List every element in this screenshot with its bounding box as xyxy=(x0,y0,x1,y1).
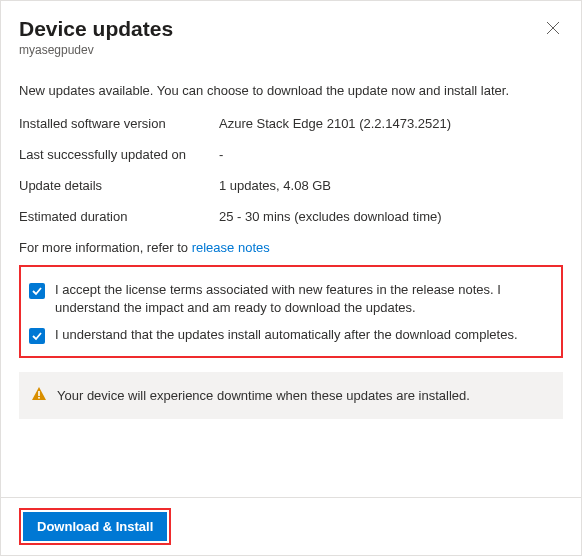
estimated-duration-value: 25 - 30 mins (excludes download time) xyxy=(219,209,563,224)
checkbox-row-autoinstall: I understand that the updates install au… xyxy=(27,326,553,344)
intro-text: New updates available. You can choose to… xyxy=(19,83,563,98)
warning-text: Your device will experience downtime whe… xyxy=(57,388,470,403)
button-highlight: Download & Install xyxy=(19,508,171,545)
warning-banner: Your device will experience downtime whe… xyxy=(19,372,563,419)
checkmark-icon xyxy=(31,285,43,297)
more-info-prefix: For more information, refer to xyxy=(19,240,192,255)
download-install-button[interactable]: Download & Install xyxy=(23,512,167,541)
device-updates-panel: Device updates myasegpudev New updates a… xyxy=(0,0,582,556)
svg-rect-0 xyxy=(38,391,40,396)
row-estimated-duration: Estimated duration 25 - 30 mins (exclude… xyxy=(19,209,563,224)
row-installed-version: Installed software version Azure Stack E… xyxy=(19,116,563,131)
update-details-value: 1 updates, 4.08 GB xyxy=(219,178,563,193)
warning-icon xyxy=(31,386,47,405)
more-info-line: For more information, refer to release n… xyxy=(19,240,563,255)
panel-body: New updates available. You can choose to… xyxy=(1,67,581,419)
consent-section: I accept the license terms associated wi… xyxy=(19,265,563,358)
last-updated-value: - xyxy=(219,147,563,162)
panel-footer: Download & Install xyxy=(1,497,581,555)
auto-install-label: I understand that the updates install au… xyxy=(55,326,518,344)
row-last-updated: Last successfully updated on - xyxy=(19,147,563,162)
accept-license-label: I accept the license terms associated wi… xyxy=(55,281,553,316)
update-details-label: Update details xyxy=(19,178,219,193)
last-updated-label: Last successfully updated on xyxy=(19,147,219,162)
panel-title: Device updates xyxy=(19,17,563,41)
checkmark-icon xyxy=(31,330,43,342)
installed-version-value: Azure Stack Edge 2101 (2.2.1473.2521) xyxy=(219,116,563,131)
release-notes-link[interactable]: release notes xyxy=(192,240,270,255)
close-button[interactable] xyxy=(539,15,567,43)
panel-header: Device updates myasegpudev xyxy=(1,1,581,67)
device-name: myasegpudev xyxy=(19,43,563,57)
auto-install-checkbox[interactable] xyxy=(29,328,45,344)
row-update-details: Update details 1 updates, 4.08 GB xyxy=(19,178,563,193)
estimated-duration-label: Estimated duration xyxy=(19,209,219,224)
installed-version-label: Installed software version xyxy=(19,116,219,131)
close-icon xyxy=(546,21,560,38)
checkbox-row-license: I accept the license terms associated wi… xyxy=(27,281,553,316)
accept-license-checkbox[interactable] xyxy=(29,283,45,299)
svg-rect-1 xyxy=(38,397,40,399)
